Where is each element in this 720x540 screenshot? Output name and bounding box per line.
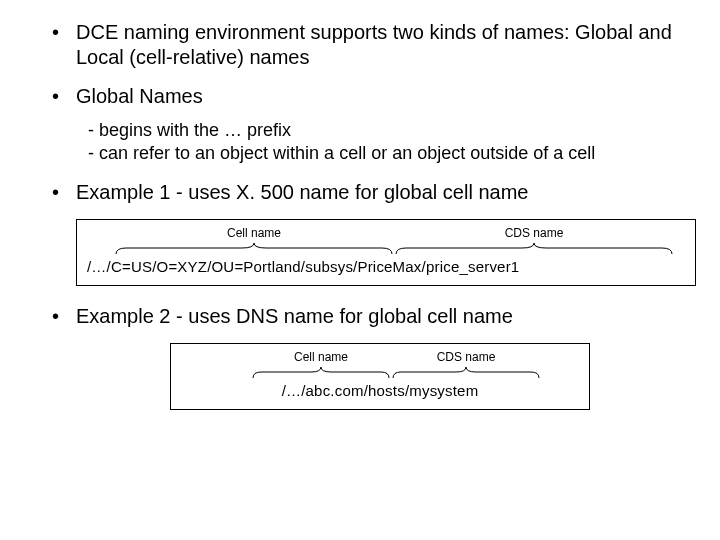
sub-item-2: - can refer to an object within a cell o…	[88, 142, 595, 165]
bullet-list-2: Example 2 - uses DNS name for global cel…	[30, 304, 690, 329]
brace-icon	[391, 366, 541, 380]
bullet-item-2: Global Names - begins with the … prefix …	[30, 84, 690, 166]
figure-1-labels: Cell name CDS name	[87, 226, 685, 240]
figure-2: Cell name CDS name /…/abc.com/hosts/mysy…	[170, 343, 590, 410]
figure-1-cds-label: CDS name	[394, 226, 674, 240]
bullet-text-3: Example 1 - uses X. 500 name for global …	[76, 181, 528, 203]
figure-2-path: /…/abc.com/hosts/mysystem	[181, 382, 579, 399]
bullet-text-1: DCE naming environment supports two kind…	[76, 21, 672, 68]
bullet-item-4: Example 2 - uses DNS name for global cel…	[30, 304, 690, 329]
bullet-list: DCE naming environment supports two kind…	[30, 20, 690, 205]
figure-2-cell-label: Cell name	[251, 350, 391, 364]
bullet-item-1: DCE naming environment supports two kind…	[30, 20, 690, 70]
figure-2-braces	[181, 366, 579, 380]
figure-1-path: /…/C=US/O=XYZ/OU=Portland/subsys/PriceMa…	[87, 258, 685, 275]
sub-list: - begins with the … prefix - can refer t…	[88, 119, 690, 166]
figure-2-cds-label: CDS name	[391, 350, 541, 364]
figure-1-braces	[87, 242, 685, 256]
figure-1: Cell name CDS name /…/C=US/O=XYZ/OU=Port…	[76, 219, 696, 286]
bullet-item-3: Example 1 - uses X. 500 name for global …	[30, 180, 690, 205]
brace-icon	[251, 366, 391, 380]
slide: DCE naming environment supports two kind…	[0, 0, 720, 540]
brace-icon	[114, 242, 394, 256]
bullet-text-4: Example 2 - uses DNS name for global cel…	[76, 305, 513, 327]
brace-icon	[394, 242, 674, 256]
sub-item-1: - begins with the … prefix	[88, 119, 291, 142]
figure-1-cell-label: Cell name	[114, 226, 394, 240]
bullet-text-2: Global Names	[76, 85, 203, 107]
figure-2-labels: Cell name CDS name	[181, 350, 579, 364]
